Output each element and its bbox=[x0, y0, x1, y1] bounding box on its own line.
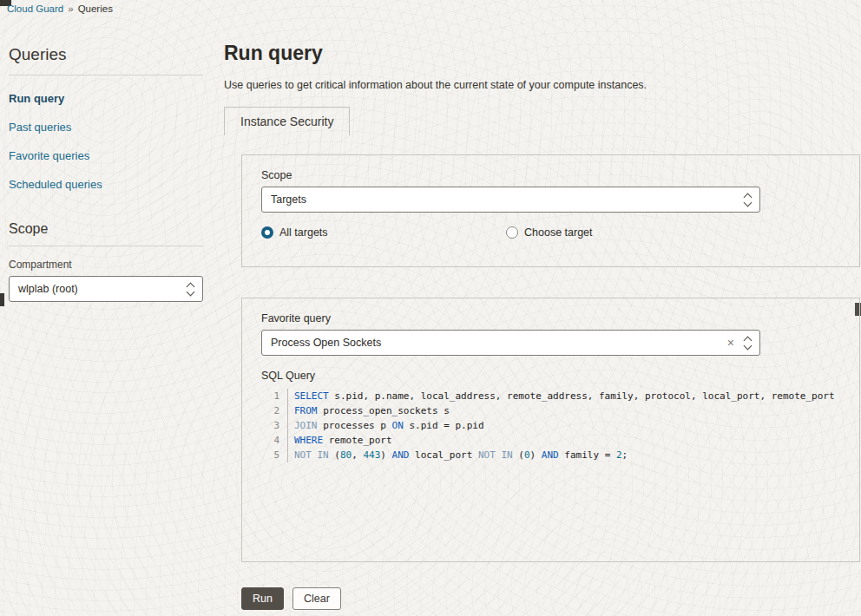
sidebar-title: Queries bbox=[9, 45, 203, 64]
line-number: 3 bbox=[261, 418, 287, 433]
scope-label: Scope bbox=[261, 169, 840, 181]
favorite-query-dropdown[interactable]: Process Open Sockets × bbox=[261, 330, 760, 356]
sidebar: Queries Run query Past queries Favorite … bbox=[9, 45, 203, 302]
sidebar-item-past-queries[interactable]: Past queries bbox=[9, 113, 203, 141]
code-text: FROM process_open_sockets s bbox=[287, 403, 450, 418]
favorite-query-label: Favorite query bbox=[261, 312, 840, 324]
radio-choose-target-label: Choose target bbox=[524, 226, 593, 239]
compartment-select-value: wlplab (root) bbox=[18, 283, 78, 295]
tab-instance-security[interactable]: Instance Security bbox=[224, 107, 350, 135]
compartment-label: Compartment bbox=[9, 259, 203, 271]
line-number: 2 bbox=[261, 403, 287, 418]
main-content: Run query Use queries to get critical in… bbox=[224, 42, 861, 610]
radio-selected-icon[interactable] bbox=[261, 226, 273, 239]
code-line: 5NOT IN (80, 443) AND local_port NOT IN … bbox=[261, 448, 840, 462]
page-description: Use queries to get critical information … bbox=[224, 79, 861, 91]
breadcrumb-current: Queries bbox=[78, 3, 113, 14]
favorite-query-value: Process Open Sockets bbox=[271, 337, 381, 349]
target-radio-row: All targets Choose target bbox=[261, 226, 840, 239]
sql-editor[interactable]: 1SELECT s.pid, p.name, local_address, re… bbox=[261, 389, 840, 541]
code-text: WHERE remote_port bbox=[287, 433, 392, 448]
clear-selection-icon[interactable]: × bbox=[727, 337, 734, 349]
sql-query-label: SQL Query bbox=[261, 370, 840, 382]
sidebar-item-run-query[interactable]: Run query bbox=[9, 84, 203, 113]
breadcrumb-separator: » bbox=[68, 3, 73, 14]
query-panel: Favorite query Process Open Sockets × SQ… bbox=[241, 298, 860, 562]
compartment-select[interactable]: wlplab (root) bbox=[9, 276, 203, 302]
divider bbox=[9, 246, 203, 246]
chevron-up-down-icon bbox=[187, 284, 194, 295]
sidebar-scope-title: Scope bbox=[9, 221, 203, 237]
radio-all-targets-label: All targets bbox=[279, 226, 328, 239]
code-line: 3JOIN processes p ON s.pid = p.pid bbox=[261, 418, 840, 433]
page-title: Run query bbox=[224, 42, 861, 65]
breadcrumb-link-cloud-guard[interactable]: Cloud Guard bbox=[7, 3, 63, 14]
radio-choose-target[interactable]: Choose target bbox=[506, 226, 593, 239]
code-lines: 1SELECT s.pid, p.name, local_address, re… bbox=[261, 389, 840, 462]
breadcrumb: Cloud Guard » Queries bbox=[7, 3, 113, 14]
code-text: NOT IN (80, 443) AND local_port NOT IN (… bbox=[287, 448, 628, 462]
line-number: 4 bbox=[261, 433, 287, 448]
sidebar-nav: Run query Past queries Favorite queries … bbox=[9, 84, 203, 199]
line-number: 1 bbox=[261, 389, 287, 403]
chevron-up-down-icon bbox=[745, 194, 751, 206]
radio-all-targets[interactable]: All targets bbox=[261, 226, 506, 239]
targets-dropdown[interactable]: Targets bbox=[261, 187, 760, 213]
code-text: SELECT s.pid, p.name, local_address, rem… bbox=[287, 389, 835, 403]
sidebar-item-scheduled-queries[interactable]: Scheduled queries bbox=[9, 170, 203, 199]
targets-dropdown-value: Targets bbox=[271, 193, 306, 206]
run-button[interactable]: Run bbox=[241, 587, 284, 610]
code-text: JOIN processes p ON s.pid = p.pid bbox=[287, 418, 484, 433]
dropdown-icons: × bbox=[727, 337, 751, 349]
code-line: 1SELECT s.pid, p.name, local_address, re… bbox=[261, 389, 840, 403]
line-number: 5 bbox=[261, 448, 287, 462]
chevron-up-down-icon bbox=[745, 337, 751, 349]
sidebar-resize-handle[interactable] bbox=[0, 293, 4, 306]
divider bbox=[9, 75, 203, 75]
sidebar-item-favorite-queries[interactable]: Favorite queries bbox=[9, 141, 203, 170]
clear-button[interactable]: Clear bbox=[292, 587, 341, 610]
scope-panel: Scope Targets All targets Choose target bbox=[241, 154, 860, 267]
action-buttons: Run Clear bbox=[241, 587, 861, 610]
code-line: 4WHERE remote_port bbox=[261, 433, 840, 448]
code-line: 2FROM process_open_sockets s bbox=[261, 403, 840, 418]
radio-unselected-icon[interactable] bbox=[506, 226, 518, 239]
